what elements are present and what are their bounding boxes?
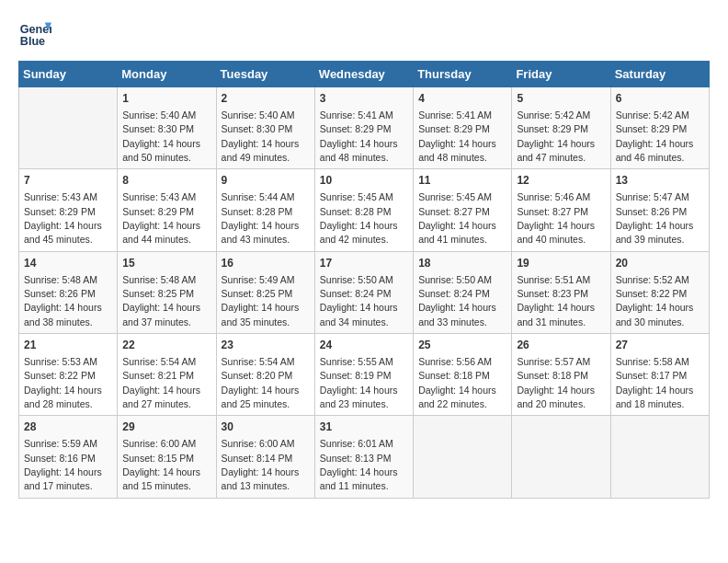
day-info: Sunrise: 6:00 AMSunset: 8:14 PMDaylight:… <box>222 438 300 491</box>
logo: General Blue <box>18 18 51 52</box>
day-info: Sunrise: 5:48 AMSunset: 8:25 PMDaylight:… <box>122 274 200 327</box>
calendar-cell: 18Sunrise: 5:50 AMSunset: 8:24 PMDayligh… <box>414 251 512 333</box>
calendar-cell: 2Sunrise: 5:40 AMSunset: 8:30 PMDaylight… <box>216 87 314 169</box>
day-number: 27 <box>616 338 704 353</box>
calendar-cell: 22Sunrise: 5:54 AMSunset: 8:21 PMDayligh… <box>118 334 216 416</box>
day-info: Sunrise: 5:56 AMSunset: 8:18 PMDaylight:… <box>418 356 496 409</box>
day-number: 13 <box>616 173 704 189</box>
day-number: 23 <box>222 338 310 353</box>
day-info: Sunrise: 6:00 AMSunset: 8:15 PMDaylight:… <box>122 438 200 491</box>
day-info: Sunrise: 5:40 AMSunset: 8:30 PMDaylight:… <box>122 109 200 163</box>
calendar-cell: 17Sunrise: 5:50 AMSunset: 8:24 PMDayligh… <box>314 251 413 333</box>
day-info: Sunrise: 5:47 AMSunset: 8:26 PMDaylight:… <box>616 191 694 245</box>
day-number: 19 <box>517 256 605 271</box>
day-info: Sunrise: 5:40 AMSunset: 8:30 PMDaylight:… <box>222 109 300 163</box>
calendar-cell: 12Sunrise: 5:46 AMSunset: 8:27 PMDayligh… <box>512 169 610 251</box>
day-info: Sunrise: 5:54 AMSunset: 8:21 PMDaylight:… <box>122 356 200 409</box>
day-number: 2 <box>222 91 310 107</box>
day-info: Sunrise: 5:43 AMSunset: 8:29 PMDaylight:… <box>24 191 102 245</box>
calendar-cell: 5Sunrise: 5:42 AMSunset: 8:29 PMDaylight… <box>512 87 610 169</box>
day-info: Sunrise: 5:55 AMSunset: 8:19 PMDaylight:… <box>320 356 398 409</box>
day-number: 29 <box>122 419 210 435</box>
calendar-header: SundayMondayTuesdayWednesdayThursdayFrid… <box>19 62 710 87</box>
day-number: 28 <box>24 419 112 435</box>
weekday-header: Monday <box>118 62 216 87</box>
calendar-cell: 16Sunrise: 5:49 AMSunset: 8:25 PMDayligh… <box>216 251 314 333</box>
logo-icon: General Blue <box>18 18 51 52</box>
day-info: Sunrise: 5:45 AMSunset: 8:27 PMDaylight:… <box>418 191 496 245</box>
day-info: Sunrise: 6:01 AMSunset: 8:13 PMDaylight:… <box>320 438 398 491</box>
day-info: Sunrise: 5:43 AMSunset: 8:29 PMDaylight:… <box>122 191 200 245</box>
calendar-cell: 24Sunrise: 5:55 AMSunset: 8:19 PMDayligh… <box>314 334 413 416</box>
day-number: 15 <box>122 256 210 271</box>
calendar-cell: 29Sunrise: 6:00 AMSunset: 8:15 PMDayligh… <box>118 416 216 498</box>
calendar-cell: 14Sunrise: 5:48 AMSunset: 8:26 PMDayligh… <box>19 251 118 333</box>
calendar-week-row: 7Sunrise: 5:43 AMSunset: 8:29 PMDaylight… <box>19 169 710 251</box>
day-number: 10 <box>320 173 408 189</box>
weekday-header: Thursday <box>414 62 512 87</box>
calendar-cell: 15Sunrise: 5:48 AMSunset: 8:25 PMDayligh… <box>118 251 216 333</box>
calendar-cell: 8Sunrise: 5:43 AMSunset: 8:29 PMDaylight… <box>118 169 216 251</box>
calendar-cell: 4Sunrise: 5:41 AMSunset: 8:29 PMDaylight… <box>414 87 512 169</box>
calendar-cell: 28Sunrise: 5:59 AMSunset: 8:16 PMDayligh… <box>19 416 118 498</box>
day-info: Sunrise: 5:41 AMSunset: 8:29 PMDaylight:… <box>418 109 496 163</box>
calendar-cell: 6Sunrise: 5:42 AMSunset: 8:29 PMDaylight… <box>610 87 709 169</box>
calendar-cell: 1Sunrise: 5:40 AMSunset: 8:30 PMDaylight… <box>118 87 216 169</box>
calendar-cell <box>512 416 610 498</box>
calendar-cell: 27Sunrise: 5:58 AMSunset: 8:17 PMDayligh… <box>610 334 709 416</box>
calendar-week-row: 1Sunrise: 5:40 AMSunset: 8:30 PMDaylight… <box>19 87 710 169</box>
day-number: 16 <box>222 256 310 271</box>
calendar-week-row: 14Sunrise: 5:48 AMSunset: 8:26 PMDayligh… <box>19 251 710 333</box>
calendar-cell: 23Sunrise: 5:54 AMSunset: 8:20 PMDayligh… <box>216 334 314 416</box>
weekday-header: Sunday <box>19 62 118 87</box>
day-info: Sunrise: 5:51 AMSunset: 8:23 PMDaylight:… <box>517 274 595 327</box>
calendar-cell: 20Sunrise: 5:52 AMSunset: 8:22 PMDayligh… <box>610 251 709 333</box>
day-number: 5 <box>517 91 605 107</box>
day-number: 25 <box>418 338 506 353</box>
calendar-cell: 7Sunrise: 5:43 AMSunset: 8:29 PMDaylight… <box>19 169 118 251</box>
day-info: Sunrise: 5:42 AMSunset: 8:29 PMDaylight:… <box>616 109 694 163</box>
day-info: Sunrise: 5:41 AMSunset: 8:29 PMDaylight:… <box>320 109 398 163</box>
calendar-cell <box>414 416 512 498</box>
day-info: Sunrise: 5:52 AMSunset: 8:22 PMDaylight:… <box>616 274 694 327</box>
day-number: 8 <box>122 173 210 189</box>
calendar-cell: 21Sunrise: 5:53 AMSunset: 8:22 PMDayligh… <box>19 334 118 416</box>
day-info: Sunrise: 5:48 AMSunset: 8:26 PMDaylight:… <box>24 274 102 327</box>
day-number: 9 <box>222 173 310 189</box>
day-info: Sunrise: 5:58 AMSunset: 8:17 PMDaylight:… <box>616 356 694 409</box>
calendar-cell: 19Sunrise: 5:51 AMSunset: 8:23 PMDayligh… <box>512 251 610 333</box>
day-info: Sunrise: 5:45 AMSunset: 8:28 PMDaylight:… <box>320 191 398 245</box>
weekday-header: Tuesday <box>216 62 314 87</box>
day-number: 26 <box>517 338 605 353</box>
weekday-header: Friday <box>512 62 610 87</box>
day-number: 11 <box>418 173 506 189</box>
day-number: 12 <box>517 173 605 189</box>
day-info: Sunrise: 5:42 AMSunset: 8:29 PMDaylight:… <box>517 109 595 163</box>
day-info: Sunrise: 5:50 AMSunset: 8:24 PMDaylight:… <box>320 274 398 327</box>
day-info: Sunrise: 5:59 AMSunset: 8:16 PMDaylight:… <box>24 438 102 491</box>
calendar-cell: 9Sunrise: 5:44 AMSunset: 8:28 PMDaylight… <box>216 169 314 251</box>
calendar-cell <box>610 416 709 498</box>
day-info: Sunrise: 5:50 AMSunset: 8:24 PMDaylight:… <box>418 274 496 327</box>
weekday-header: Saturday <box>610 62 709 87</box>
calendar-cell: 31Sunrise: 6:01 AMSunset: 8:13 PMDayligh… <box>314 416 413 498</box>
day-info: Sunrise: 5:46 AMSunset: 8:27 PMDaylight:… <box>517 191 595 245</box>
day-number: 24 <box>320 338 408 353</box>
calendar-table: SundayMondayTuesdayWednesdayThursdayFrid… <box>18 61 710 499</box>
day-number: 14 <box>24 256 112 271</box>
day-info: Sunrise: 5:53 AMSunset: 8:22 PMDaylight:… <box>24 356 102 409</box>
day-number: 21 <box>24 338 112 353</box>
day-number: 4 <box>418 91 506 107</box>
day-info: Sunrise: 5:49 AMSunset: 8:25 PMDaylight:… <box>222 274 300 327</box>
calendar-cell: 13Sunrise: 5:47 AMSunset: 8:26 PMDayligh… <box>610 169 709 251</box>
day-number: 31 <box>320 419 408 435</box>
svg-text:Blue: Blue <box>20 35 45 48</box>
day-number: 7 <box>24 173 112 189</box>
calendar-cell: 30Sunrise: 6:00 AMSunset: 8:14 PMDayligh… <box>216 416 314 498</box>
day-number: 6 <box>616 91 704 107</box>
calendar-week-row: 21Sunrise: 5:53 AMSunset: 8:22 PMDayligh… <box>19 334 710 416</box>
calendar-cell: 3Sunrise: 5:41 AMSunset: 8:29 PMDaylight… <box>314 87 413 169</box>
page-header: General Blue <box>18 18 710 52</box>
day-number: 3 <box>320 91 408 107</box>
calendar-week-row: 28Sunrise: 5:59 AMSunset: 8:16 PMDayligh… <box>19 416 710 498</box>
